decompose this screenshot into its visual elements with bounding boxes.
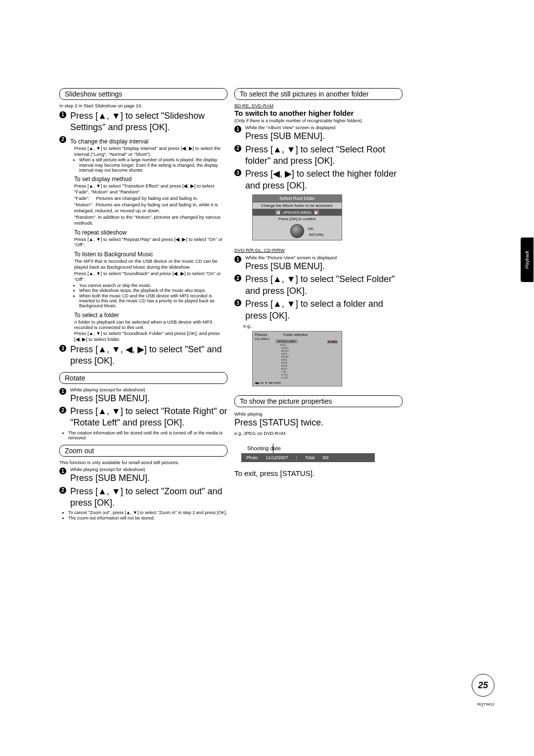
shooting-date-label: Shooting date [247, 445, 281, 451]
osd2-label: Folder selection [283, 333, 308, 336]
rotate-step1a: While playing (except for slideshow) [70, 387, 150, 393]
bg-music-note1: You cannot search or skip the music. [79, 283, 227, 288]
select-folder-heading: To select a folder [59, 312, 227, 319]
bg-music-note2: When the slideshow stops, the playback o… [79, 288, 227, 293]
r2-step1b: Press [SUB MENU]. [245, 261, 337, 272]
rotate-step2-marker: 2 [59, 407, 66, 414]
statusbar-date: 11/12/2007 [266, 455, 288, 460]
properties-while: While playing [234, 411, 402, 417]
r1-step3-marker: 3 [234, 169, 241, 176]
properties-status-twice: Press [STATUS] twice. [234, 417, 402, 428]
statusbar-fraction: 3/9 [322, 455, 329, 460]
show-properties-header-text: To show the picture properties [240, 397, 332, 405]
zoom-step1b: Press [SUB MENU]. [70, 472, 150, 484]
r1-step1a: While the "Album View" screen is display… [245, 125, 335, 131]
zoom-header-text: Zoom out [65, 447, 94, 455]
rotate-header: Rotate [59, 372, 227, 384]
r2-step2-marker: 2 [234, 275, 241, 282]
right-chevron-icon: ▶ [314, 210, 319, 215]
osd2-current-folder: 001010_0004 [275, 339, 298, 343]
in-step-note: In step 2 in Start Slideshow on page 24, [59, 103, 227, 109]
zoom-step1-marker: 1 [59, 468, 66, 474]
change-interval-note: When a still picture with a large number… [79, 157, 227, 173]
r1-step1-marker: 1 [234, 126, 241, 133]
repeat-heading: To repeat slideshow [59, 229, 227, 236]
r1-step1b: Press [SUB MENU]. [245, 131, 335, 142]
slideshow-step3: Press [▲, ▼, ◀, ▶] to select "Set" and p… [70, 344, 227, 367]
bg-music-note3: When both the music CD and the USB devic… [79, 293, 227, 309]
step-1-marker: 1 [59, 111, 66, 118]
r2-step2: Press [▲, ▼] to select "Select Folder" a… [245, 274, 402, 297]
rotate-note: The rotation information will be stored … [68, 430, 227, 441]
switch-higher-folder-heading: To switch to another higher folder [234, 109, 402, 118]
disc-type-1: BD-RE, DVD-RAM [234, 103, 402, 109]
r2-step3-marker: 3 [234, 299, 241, 306]
rotate-header-text: Rotate [65, 374, 85, 382]
folder-selection-osd: Pictures (CD,JPEG) Folder selection 0010… [252, 331, 342, 386]
r2-step1-marker: 1 [234, 256, 241, 263]
r2-step3: Press [▲, ▼] to select a folder and pres… [245, 298, 402, 322]
change-interval-heading: To change the display interval [70, 138, 148, 145]
osd1-path: \JPEG\DCIM001 [282, 210, 312, 215]
switch-higher-note: (Only if there is a multiple number of r… [234, 118, 402, 124]
disc-type-2: DVD-R/R DL, CD-R/RW [234, 247, 402, 253]
osd2-title: Pictures [255, 333, 267, 336]
zoom-step1a: While playing (except for slideshow) [70, 467, 150, 472]
bg-music-heading: To listen to Background Music [59, 251, 227, 258]
repeat-body: Press [▲, ▼] to select "Repeat Play" and… [59, 236, 227, 248]
osd1-subtitle: Change the Album folder to be accessed. [253, 202, 342, 209]
eg-label: e.g., [234, 323, 402, 329]
rotate-step2: Press [▲, ▼] to select "Rotate Right" or… [70, 406, 227, 429]
select-other-folder-header-text: To select the still pictures in another … [240, 90, 369, 98]
osd2-subtitle: (CD,JPEG) [255, 337, 269, 340]
zoom-step2-marker: 2 [59, 487, 66, 494]
status-bar-osd: Photo 11/12/2007 | Total 3/9 [241, 453, 375, 462]
properties-eg: e.g. JPEG on DVD-RAM [234, 430, 402, 436]
r1-step2: Press [▲, ▼] to select "Select Root fold… [245, 144, 402, 167]
ok-wheel-icon [291, 225, 304, 237]
slideshow-settings-header-text: Slideshow settings [65, 90, 122, 98]
slideshow-step1: Press [▲, ▼] to select "Slideshow Settin… [70, 110, 227, 134]
statusbar-total-label: Total [305, 455, 314, 460]
osd2-badge: P JPG [327, 340, 338, 343]
zoom-note2: The zoom-out information will not be sto… [68, 516, 227, 520]
set-display-body: Press [▲, ▼] to select "Transition Effec… [59, 183, 227, 195]
show-properties-header: To show the picture properties [234, 395, 402, 407]
select-other-folder-header: To select the still pictures in another … [234, 88, 402, 100]
change-interval-body: Press [▲, ▼] to select "Display Interval… [59, 145, 227, 157]
r2-step1a: While the "Picture View" screen is displ… [245, 255, 337, 261]
zoom-note1: To cancel "Zoom out", press [▲, ▼] to se… [68, 510, 227, 515]
slideshow-settings-header: Slideshow settings [59, 88, 227, 100]
bg-music-body2: Press [▲, ▼] to select "Soundtrack" and … [59, 271, 227, 283]
zoom-intro: This function is only available for smal… [59, 460, 227, 466]
properties-exit: To exit, press [STATUS]. [234, 469, 402, 478]
step-2-marker: 2 [59, 136, 66, 143]
osd2-folder-tree: ▸001 ▸F001 ▸0002 ▸003 ▸0004 ▸005 ▸008 ▸0… [280, 343, 289, 379]
zoom-step2: Press [▲, ▼] to select "Zoom out" and pr… [70, 486, 227, 509]
osd2-footer: ◀▶OK ▼ RETURN [255, 381, 281, 384]
set-display-motion: "Motion": Pictures are changed by fading… [59, 202, 227, 214]
bg-music-body1: The MP3 that is recorded on the USB devi… [59, 258, 227, 270]
r1-step2-marker: 2 [234, 145, 241, 152]
rotate-step1b: Press [SUB MENU]. [70, 393, 150, 404]
select-root-folder-osd: Select Root folder Change the Album fold… [252, 194, 342, 240]
set-display-random: "Random": In addition to the "Motion", p… [59, 214, 227, 226]
step-3-marker: 3 [59, 345, 66, 352]
rotate-step1-marker: 1 [59, 388, 66, 395]
playback-side-tab: Playback [521, 237, 534, 282]
select-folder-body: A folder to playback can be selected whe… [59, 319, 227, 343]
set-display-fade: "Fade": Pictures are changed by fading o… [59, 195, 227, 201]
set-display-heading: To set display method [59, 176, 227, 183]
zoom-header: Zoom out [59, 445, 227, 457]
r1-step3: Press [◀, ▶] to select the higher folder… [245, 168, 402, 191]
document-code: RQT9412 [477, 702, 494, 707]
left-chevron-icon: ◀ [275, 210, 280, 215]
statusbar-photo: Photo [246, 455, 258, 460]
osd1-title: Select Root folder [253, 195, 342, 202]
osd1-confirm: Press [OK] to confirm [253, 216, 342, 222]
page-number: 25 [472, 674, 494, 697]
